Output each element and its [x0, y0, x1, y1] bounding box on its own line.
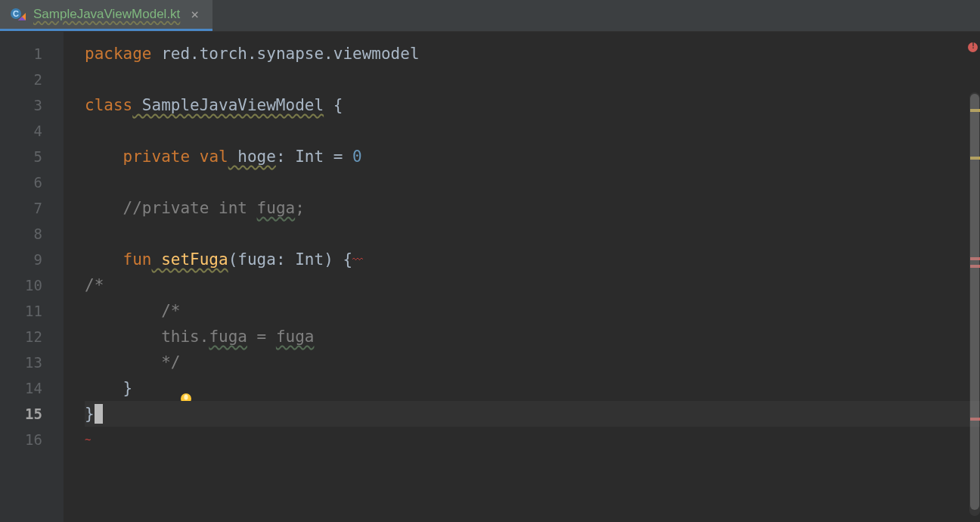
file-tab[interactable]: C SampleJavaViewModel.kt × — [0, 0, 212, 31]
code-line[interactable]: */ — [85, 350, 980, 375]
line-number[interactable]: 3 — [0, 92, 64, 118]
code-line[interactable]: package red.torch.synapse.viewmodel — [85, 41, 980, 67]
code-line[interactable]: class SampleJavaViewModel { — [85, 92, 980, 118]
tab-title: SampleJavaViewModel.kt — [33, 7, 180, 22]
line-number[interactable]: 12 — [0, 324, 64, 350]
code-line[interactable]: fun setFuga(fuga: Int) {〰 — [85, 247, 980, 272]
line-number[interactable]: 6 — [0, 169, 64, 195]
line-number[interactable]: 4 — [0, 118, 64, 144]
code-line[interactable]: ~ — [85, 427, 980, 452]
svg-point-5 — [185, 394, 188, 399]
code-line[interactable]: this.fuga = fuga — [85, 324, 980, 350]
error-stripe[interactable] — [966, 32, 980, 522]
line-number[interactable]: 13 — [0, 350, 64, 375]
code-line[interactable]: private val hoge: Int = 0 — [85, 144, 980, 169]
caret — [95, 404, 103, 424]
code-line[interactable]: //private int fuga; — [85, 195, 980, 221]
code-line[interactable]: } — [85, 375, 980, 401]
tab-bar: C SampleJavaViewModel.kt × — [0, 0, 980, 32]
code-line[interactable]: /* — [85, 272, 980, 298]
editor: 1 2 3 4 5 6 7 8 9 10 11 12 13 14 15 16 p… — [0, 32, 980, 522]
gutter: 1 2 3 4 5 6 7 8 9 10 11 12 13 14 15 16 — [0, 32, 64, 522]
line-number[interactable]: 15 — [0, 401, 64, 427]
line-number[interactable]: 10 — [0, 272, 64, 298]
line-number[interactable]: 9 — [0, 247, 64, 272]
gutter-divider — [64, 32, 85, 522]
line-number[interactable]: 5 — [0, 144, 64, 169]
line-number[interactable]: 11 — [0, 298, 64, 324]
line-number[interactable]: 2 — [0, 67, 64, 92]
code-line[interactable] — [85, 118, 980, 144]
code-line[interactable] — [85, 221, 980, 247]
code-line[interactable] — [85, 169, 980, 195]
code-line[interactable]: /* — [85, 298, 980, 324]
line-number[interactable]: 8 — [0, 221, 64, 247]
code-line[interactable]: } — [85, 401, 980, 427]
code-area[interactable]: package red.torch.synapse.viewmodel clas… — [85, 32, 980, 522]
svg-text:C: C — [13, 9, 19, 18]
error-marker-icon: 〰 — [352, 253, 363, 266]
scrollbar-thumb[interactable] — [970, 94, 979, 510]
line-number[interactable]: 1 — [0, 41, 64, 67]
line-number[interactable]: 16 — [0, 427, 64, 452]
code-line[interactable] — [85, 67, 980, 92]
line-number[interactable]: 7 — [0, 195, 64, 221]
error-indicator-icon[interactable] — [968, 42, 978, 52]
kotlin-file-icon: C — [11, 7, 26, 22]
error-marker-icon: ~ — [85, 433, 91, 446]
close-icon[interactable]: × — [188, 6, 202, 23]
line-number[interactable]: 14 — [0, 375, 64, 401]
